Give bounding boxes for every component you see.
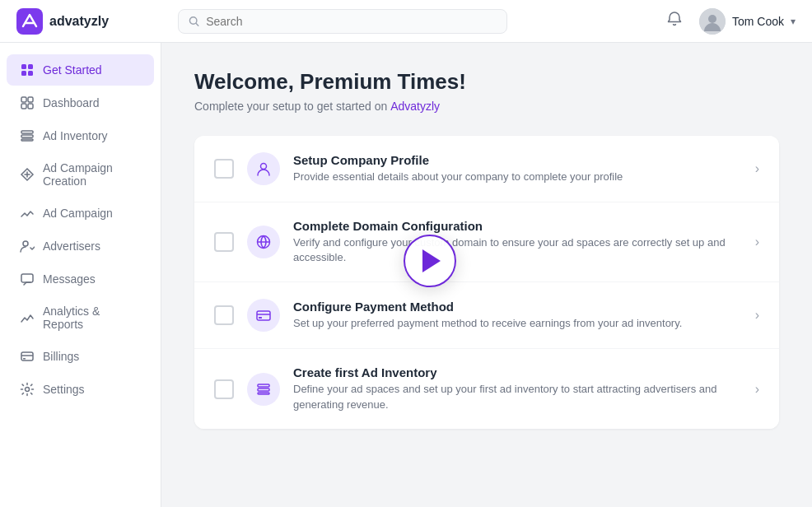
svg-rect-8 xyxy=(21,97,26,102)
svg-rect-4 xyxy=(21,64,26,69)
svg-rect-13 xyxy=(21,135,33,137)
topbar: advatyzly Tom Cook ▾ xyxy=(0,0,812,43)
payment-method-icon-circle xyxy=(247,299,280,332)
analytics-icon xyxy=(20,310,35,325)
chevron-right-icon: › xyxy=(755,161,759,176)
chevron-right-icon: › xyxy=(755,235,759,249)
ad-inventory-icon xyxy=(20,128,35,143)
checklist-item-domain-config[interactable]: Complete Domain Configuration Verify and… xyxy=(194,202,779,282)
user-name: Tom Cook xyxy=(732,15,784,28)
ad-campaign-icon xyxy=(20,206,35,221)
list-icon xyxy=(255,381,272,398)
welcome-subtitle: Complete your setup to get started on Ad… xyxy=(194,100,779,113)
play-button[interactable] xyxy=(404,235,456,287)
chevron-right-icon: › xyxy=(755,308,759,323)
sidebar-item-ad-campaign-creation[interactable]: Ad Campaign Creation xyxy=(7,153,154,196)
get-started-icon xyxy=(20,63,35,77)
svg-rect-17 xyxy=(21,352,33,360)
svg-rect-16 xyxy=(21,274,33,282)
bell-icon xyxy=(666,11,683,27)
billings-icon xyxy=(20,349,35,364)
search-icon xyxy=(189,16,199,27)
sidebar-item-ad-campaign[interactable]: Ad Campaign xyxy=(7,198,154,229)
play-button-container xyxy=(404,235,456,287)
chevron-right-icon: › xyxy=(755,382,759,397)
svg-rect-14 xyxy=(21,139,33,141)
ad-inventory-title: Create first Ad Inventory xyxy=(293,365,745,379)
checkbox-ad-inventory[interactable] xyxy=(214,379,234,399)
svg-rect-9 xyxy=(28,97,33,102)
sidebar-item-billings[interactable]: Billings xyxy=(7,341,154,372)
company-profile-title: Setup Company Profile xyxy=(293,153,745,167)
domain-config-desc: Verify and configure your custom domain … xyxy=(293,235,745,265)
sidebar-item-messages[interactable]: Messages xyxy=(7,263,154,295)
checkbox-company-profile[interactable] xyxy=(214,159,234,179)
checklist-item-company-profile[interactable]: Setup Company Profile Provide essential … xyxy=(194,136,779,202)
company-profile-desc: Provide essential details about your com… xyxy=(293,170,745,184)
company-profile-icon-circle xyxy=(247,152,280,185)
svg-rect-10 xyxy=(21,104,26,109)
sidebar-label-billings: Billings xyxy=(43,350,79,363)
avatar xyxy=(699,8,726,35)
sidebar: Get Started Dashboard Ad xyxy=(0,43,161,507)
svg-point-15 xyxy=(23,241,28,246)
sidebar-label-advertisers: Advertisers xyxy=(43,240,100,253)
checkbox-payment-method[interactable] xyxy=(214,305,234,325)
checklist: Setup Company Profile Provide essential … xyxy=(194,136,779,429)
sidebar-label-ad-campaign-creation: Ad Campaign Creation xyxy=(43,161,141,188)
svg-rect-7 xyxy=(28,71,33,76)
user-menu[interactable]: Tom Cook ▾ xyxy=(699,8,796,35)
advatyzly-link[interactable]: Advatyzly xyxy=(390,100,440,113)
sidebar-item-dashboard[interactable]: Dashboard xyxy=(7,87,154,119)
welcome-title: Welcome, Premium Times! xyxy=(194,69,779,95)
svg-rect-25 xyxy=(258,388,269,391)
checklist-item-payment-method[interactable]: Configure Payment Method Set up your pre… xyxy=(194,282,779,349)
domain-config-title: Complete Domain Configuration xyxy=(293,219,745,233)
ad-inventory-icon-circle xyxy=(247,373,280,406)
dashboard-icon xyxy=(20,95,35,110)
search-bar[interactable] xyxy=(178,9,507,34)
notifications-button[interactable] xyxy=(663,7,686,35)
sidebar-label-messages: Messages xyxy=(43,272,96,286)
svg-rect-11 xyxy=(28,104,33,109)
svg-rect-18 xyxy=(23,358,26,360)
sidebar-item-ad-inventory[interactable]: Ad Inventory xyxy=(7,120,154,151)
svg-rect-24 xyxy=(258,384,269,387)
svg-rect-12 xyxy=(21,131,33,133)
checkbox-domain-config[interactable] xyxy=(214,232,234,252)
play-triangle-icon xyxy=(422,249,441,272)
topbar-right: Tom Cook ▾ xyxy=(663,7,796,35)
sidebar-label-analytics-reports: Analytics & Reports xyxy=(43,305,141,331)
svg-point-19 xyxy=(26,388,30,392)
svg-rect-22 xyxy=(257,311,270,320)
payment-method-text: Configure Payment Method Set up your pre… xyxy=(293,300,745,331)
advertisers-icon xyxy=(20,239,35,254)
main-content: Welcome, Premium Times! Complete your se… xyxy=(161,43,812,507)
company-profile-text: Setup Company Profile Provide essential … xyxy=(293,153,745,184)
ad-campaign-creation-icon xyxy=(20,167,35,182)
logo-icon xyxy=(16,8,43,35)
domain-config-text: Complete Domain Configuration Verify and… xyxy=(293,219,745,265)
sidebar-item-settings[interactable]: Settings xyxy=(7,374,154,405)
ad-inventory-text: Create first Ad Inventory Define your ad… xyxy=(293,365,745,412)
sidebar-item-analytics-reports[interactable]: Analytics & Reports xyxy=(7,296,154,339)
svg-rect-26 xyxy=(258,393,269,394)
messages-icon xyxy=(20,272,35,286)
domain-config-icon-circle xyxy=(247,226,280,258)
logo-text: advatyzly xyxy=(49,14,109,29)
ad-inventory-desc: Define your ad spaces and set up your fi… xyxy=(293,382,745,412)
sidebar-item-get-started[interactable]: Get Started xyxy=(7,54,154,86)
search-input[interactable] xyxy=(206,15,497,28)
sidebar-label-dashboard: Dashboard xyxy=(43,96,100,109)
checklist-item-ad-inventory[interactable]: Create first Ad Inventory Define your ad… xyxy=(194,349,779,428)
layout: Get Started Dashboard Ad xyxy=(0,43,812,507)
logo: advatyzly xyxy=(16,8,178,35)
sidebar-label-get-started: Get Started xyxy=(43,63,102,77)
svg-point-3 xyxy=(708,15,716,23)
settings-icon xyxy=(20,382,35,397)
sidebar-label-settings: Settings xyxy=(43,383,85,396)
payment-method-desc: Set up your preferred payment method to … xyxy=(293,316,745,331)
sidebar-item-advertisers[interactable]: Advertisers xyxy=(7,230,154,262)
card-icon xyxy=(255,307,272,323)
chevron-down-icon: ▾ xyxy=(791,16,796,27)
